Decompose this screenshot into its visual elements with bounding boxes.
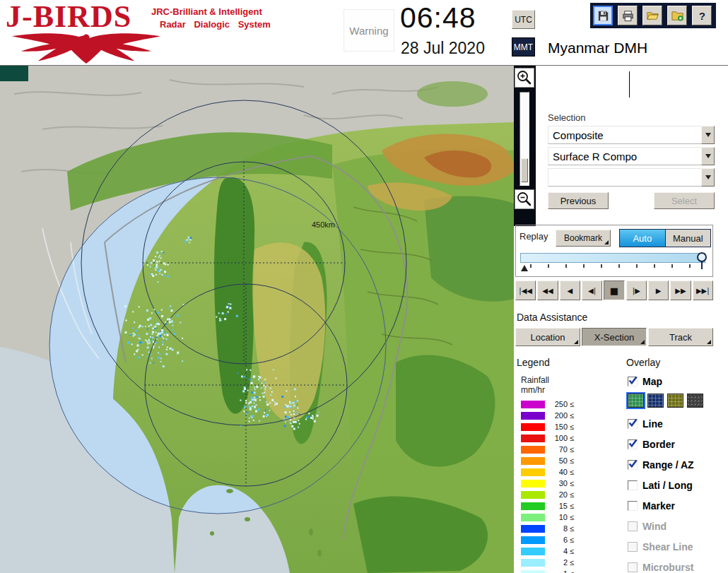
clock-date: 28 Jul 2020 [401, 39, 485, 58]
legend-row: 6≤ [521, 536, 574, 544]
first-frame-button[interactable]: |◀◀ [515, 280, 536, 300]
location-button[interactable]: Location [515, 328, 580, 346]
overlay-item-range-az[interactable]: Range / AZ [628, 459, 694, 471]
legend-row: 10≤ [521, 513, 574, 521]
replay-timeline[interactable] [520, 251, 710, 275]
replay-panel: Replay Bookmark Auto Manual [515, 225, 713, 277]
track-button[interactable]: Track [648, 328, 713, 346]
play-reverse-button[interactable]: ◀ [560, 280, 580, 300]
zoom-slider-thumb[interactable] [521, 158, 528, 182]
dropdown-arrow-button[interactable] [701, 168, 715, 187]
x-section-button[interactable]: X-Section [582, 328, 647, 346]
jbirds-app: J-BIRDS JRC-Brilliant & Intelligent Rada… [0, 0, 728, 573]
nw-green-blob [417, 81, 488, 107]
open-folder-icon [646, 9, 659, 23]
step-forward-button[interactable]: |▶ [626, 280, 647, 300]
checkbox-checked[interactable] [628, 419, 638, 429]
legend-color-swatch [521, 468, 545, 476]
overlay-item-label: Lati / Long [642, 480, 693, 491]
lte-symbol: ≤ [570, 558, 574, 567]
timeline-start-marker [521, 265, 528, 271]
warning-button[interactable]: Warning [344, 9, 394, 52]
legend-color-swatch [521, 401, 545, 408]
help-icon: ? [695, 9, 709, 23]
auto-button[interactable]: Auto [620, 230, 666, 247]
overlay-item-marker[interactable]: Marker [628, 500, 675, 512]
map-corner-block [0, 66, 28, 81]
selection-dropdown-3[interactable] [548, 168, 715, 187]
checkbox-checked[interactable] [628, 377, 638, 386]
last-frame-button[interactable]: ▶▶| [693, 280, 713, 300]
open-folder-button[interactable] [642, 6, 662, 25]
checkbox-checked[interactable] [628, 460, 638, 470]
map-palette-swatch-2[interactable] [647, 394, 664, 408]
legend-color-swatch [521, 412, 545, 420]
help-button[interactable]: ? [692, 6, 712, 25]
legend-value: 20 [546, 490, 568, 499]
import-folder-button[interactable] [667, 6, 687, 25]
lte-symbol: ≤ [570, 547, 574, 555]
zoom-slider[interactable] [519, 92, 529, 186]
checkbox-unchecked [628, 542, 638, 552]
overlay-item-line[interactable]: Line [628, 418, 663, 430]
checkbox-unchecked[interactable] [628, 480, 638, 490]
stop-button[interactable]: ■ [604, 280, 624, 300]
zoom-out-button[interactable] [515, 189, 534, 209]
utc-button[interactable]: UTC [512, 10, 535, 29]
dropdown-value: Composite [548, 126, 701, 144]
legend-value: 70 [546, 445, 568, 454]
previous-button[interactable]: Previous [548, 192, 609, 209]
checkbox-checked[interactable] [628, 439, 638, 449]
zoom-out-icon [516, 191, 533, 208]
sidebar: Selection Previous Select Replay Bookmar… [514, 66, 728, 573]
save-button[interactable] [593, 6, 613, 25]
lte-symbol: ≤ [570, 569, 574, 573]
overlay-label: Overlay [626, 357, 660, 368]
selection-dropdown-2[interactable]: Surface R Compo [548, 147, 715, 165]
overlay-item-shear-line: Shear Line [628, 540, 693, 553]
legend-color-swatch [521, 559, 545, 567]
legend-value: 10 [546, 513, 568, 521]
lte-symbol: ≤ [570, 524, 574, 533]
legend-color-swatch [521, 446, 545, 454]
legend-value: 150 [546, 423, 568, 431]
print-button[interactable] [618, 6, 638, 25]
checkbox-unchecked [628, 521, 638, 531]
lte-symbol: ≤ [570, 400, 574, 408]
timeline-position-marker[interactable] [697, 252, 707, 262]
legend-unit-line1: Rainfall [521, 375, 549, 385]
toolbar: ? [590, 3, 716, 28]
radar-map[interactable]: 450km [0, 66, 514, 573]
mmt-button[interactable]: MMT [512, 37, 535, 57]
legend-color-swatch [521, 536, 545, 544]
dropdown-arrow-button[interactable] [701, 126, 715, 144]
timeline-ticks [520, 251, 705, 275]
chevron-down-icon [705, 154, 711, 158]
select-button[interactable]: Select [654, 192, 715, 209]
selection-dropdown-1[interactable]: Composite [548, 126, 715, 144]
map-palette-swatch-1[interactable] [628, 394, 644, 408]
fast-forward-button[interactable]: ▶▶ [670, 280, 691, 300]
overlay-item-map[interactable]: Map [628, 375, 662, 388]
overlay-item-border[interactable]: Border [628, 438, 675, 451]
print-icon [621, 9, 635, 23]
replay-mode-toggle: Auto Manual [619, 229, 711, 247]
step-back-button[interactable]: ◀| [582, 280, 602, 300]
zoom-in-button[interactable] [515, 68, 534, 88]
checkbox-unchecked[interactable] [628, 501, 638, 511]
lte-symbol: ≤ [570, 468, 574, 476]
eagle-logo-icon [4, 30, 168, 64]
map-palette-swatch-4[interactable] [687, 394, 703, 408]
map-canvas[interactable]: 450km [0, 66, 514, 573]
map-palette-swatch-3[interactable] [667, 394, 683, 408]
manual-button[interactable]: Manual [666, 230, 711, 247]
dropdown-arrow-button[interactable] [701, 147, 715, 165]
overlay-item-label: Range / AZ [642, 459, 694, 471]
bookmark-button[interactable]: Bookmark [556, 230, 611, 247]
fast-rewind-button[interactable]: ◀◀ [537, 280, 558, 300]
chevron-down-icon [705, 133, 711, 137]
overlay-item-lati-long[interactable]: Lati / Long [628, 479, 693, 492]
play-button[interactable]: ▶ [648, 280, 669, 300]
lte-symbol: ≤ [570, 456, 574, 465]
legend-value: 2 [546, 558, 568, 567]
